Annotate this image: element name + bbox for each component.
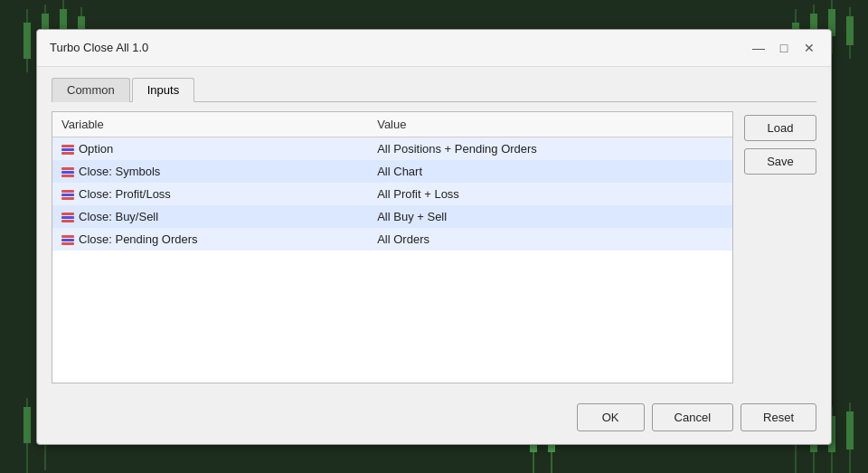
table-row[interactable]: Close: Pending OrdersAll Orders [52, 228, 732, 251]
cell-value: All Orders [368, 228, 732, 251]
row-icon [61, 235, 74, 245]
variable-text: Close: Pending Orders [79, 232, 198, 246]
dialog-body: Common Inputs Variable Value OptionAll P… [37, 67, 831, 394]
minimize-button[interactable]: — [750, 39, 768, 57]
close-button[interactable]: ✕ [800, 39, 818, 57]
svg-rect-2 [24, 23, 31, 59]
side-buttons: Load Save [744, 111, 816, 383]
table-row[interactable]: Close: Buy/SellAll Buy + Sell [52, 205, 732, 228]
tab-bar: Common Inputs [52, 78, 816, 102]
row-icon [61, 190, 74, 200]
inputs-table: Variable Value OptionAll Positions + Pen… [52, 112, 732, 251]
window-title: Turbo Close All 1.0 [50, 41, 148, 54]
col-header-value: Value [368, 112, 732, 137]
cancel-button[interactable]: Cancel [652, 403, 733, 431]
cell-value: All Chart [368, 160, 732, 183]
row-icon [61, 213, 74, 222]
title-bar: Turbo Close All 1.0 — □ ✕ [37, 30, 831, 67]
window-controls: — □ ✕ [750, 39, 818, 57]
table-row[interactable]: Close: Profit/LossAll Profit + Loss [52, 183, 732, 205]
load-button[interactable]: Load [744, 115, 816, 141]
variable-text: Option [79, 142, 113, 156]
variable-text: Close: Symbols [79, 165, 160, 178]
cell-value: All Positions + Pending Orders [368, 137, 732, 160]
svg-rect-32 [846, 412, 854, 449]
table-row[interactable]: Close: SymbolsAll Chart [52, 160, 732, 183]
svg-rect-16 [846, 16, 854, 45]
cell-variable: Close: Profit/Loss [52, 183, 368, 205]
cell-variable: Close: Symbols [52, 160, 368, 183]
variable-text: Close: Profit/Loss [79, 187, 171, 201]
dialog-window: Turbo Close All 1.0 — □ ✕ Common Inputs … [36, 29, 832, 445]
maximize-button[interactable]: □ [775, 39, 793, 57]
col-header-variable: Variable [52, 112, 368, 137]
ok-button[interactable]: OK [577, 403, 645, 431]
table-row[interactable]: OptionAll Positions + Pending Orders [52, 137, 732, 160]
save-button[interactable]: Save [744, 148, 816, 175]
cell-value: All Profit + Loss [368, 183, 732, 205]
content-area: Variable Value OptionAll Positions + Pen… [52, 111, 816, 383]
tab-common[interactable]: Common [52, 78, 130, 102]
cell-variable: Close: Buy/Sell [52, 205, 368, 228]
cell-variable: Close: Pending Orders [52, 228, 368, 251]
row-icon [61, 167, 74, 177]
tab-inputs[interactable]: Inputs [132, 78, 194, 102]
svg-rect-18 [24, 407, 31, 443]
inputs-table-container: Variable Value OptionAll Positions + Pen… [52, 111, 733, 383]
cell-variable: Option [52, 137, 368, 160]
dialog-footer: OK Cancel Reset [37, 394, 831, 444]
cell-value: All Buy + Sell [368, 205, 732, 228]
variable-text: Close: Buy/Sell [79, 210, 158, 223]
row-icon [61, 145, 74, 155]
reset-button[interactable]: Reset [741, 403, 816, 431]
